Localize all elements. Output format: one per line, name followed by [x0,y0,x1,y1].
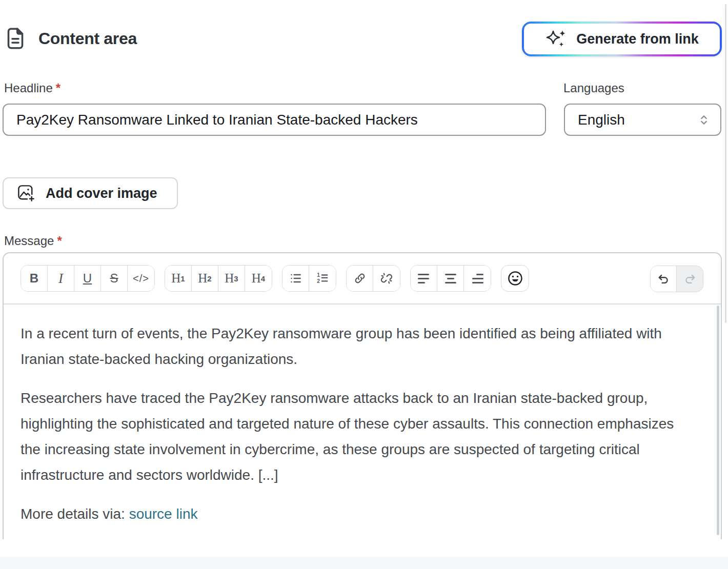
message-toolbar: B I U S </> H1 H2 H3 H4 [4,253,721,304]
unlink-icon [380,272,393,285]
sparkles-icon [545,28,568,50]
headline-input[interactable] [3,104,546,136]
generate-from-link-gradient-ring: Generate from link [522,22,722,56]
page-title: Content area [38,29,137,48]
generate-from-link-label: Generate from link [576,31,699,47]
strikethrough-button[interactable]: S [101,266,128,291]
source-link[interactable]: source link [129,506,198,522]
message-editor: B I U S </> H1 H2 H3 H4 [3,252,722,539]
align-center-icon [444,274,457,283]
underline-button[interactable]: U [74,266,101,291]
heading-group: H1 H2 H3 H4 [165,265,272,292]
message-label: Message* [4,234,62,248]
redo-button[interactable] [677,266,703,292]
history-group [650,266,703,292]
bottom-divider-band [0,557,728,569]
language-selected-value: English [578,112,699,128]
align-right-icon [471,274,483,283]
bullet-list-icon [289,272,302,285]
heading-4-button[interactable]: H4 [245,266,272,291]
svg-text:1: 1 [317,272,320,278]
heading-3-button[interactable]: H3 [218,266,245,291]
redo-icon [683,272,697,286]
add-cover-image-label: Add cover image [46,186,157,201]
page-scrollbar-thumb[interactable] [725,4,726,323]
languages-label: Languages [563,81,624,95]
message-body[interactable]: In a recent turn of events, the Pay2Key … [4,306,721,540]
chevron-up-down-icon [699,113,709,127]
list-group: 1 2 [282,265,336,292]
link-icon [353,272,367,285]
headline-label: Headline* [4,81,60,95]
numbered-list-icon: 1 2 [316,272,329,285]
alignment-group [410,265,491,292]
align-left-button[interactable] [411,266,437,291]
unlink-button[interactable] [373,266,400,291]
align-left-icon [418,274,430,283]
align-center-button[interactable] [437,266,464,291]
message-scrollbar-thumb[interactable] [717,306,719,535]
emoji-button[interactable] [501,265,529,292]
bullet-list-button[interactable] [282,266,309,291]
required-marker: * [56,81,60,95]
align-right-button[interactable] [464,266,491,291]
undo-button[interactable] [651,266,677,292]
undo-icon [657,272,670,286]
required-marker: * [57,234,62,248]
document-icon [6,28,25,49]
link-button[interactable] [347,266,373,291]
message-paragraph: Researchers have traced the Pay2Key rans… [21,385,685,488]
heading-1-button[interactable]: H1 [165,266,192,291]
emoji-icon [507,270,523,287]
numbered-list-button[interactable]: 1 2 [309,266,336,291]
italic-button[interactable]: I [48,266,74,291]
bold-button[interactable]: B [21,266,48,291]
heading-2-button[interactable]: H2 [192,266,218,291]
link-group [346,265,400,292]
message-paragraph: In a recent turn of events, the Pay2Key … [21,321,685,372]
add-image-icon [17,184,35,202]
add-cover-image-button[interactable]: Add cover image [3,177,178,209]
generate-from-link-button[interactable]: Generate from link [524,24,720,54]
text-style-group: B I U S </> [21,265,155,292]
language-select[interactable]: English [564,104,721,136]
svg-text:2: 2 [317,278,320,284]
message-footer-line: More details via: source link [21,501,685,527]
code-button[interactable]: </> [128,266,154,291]
